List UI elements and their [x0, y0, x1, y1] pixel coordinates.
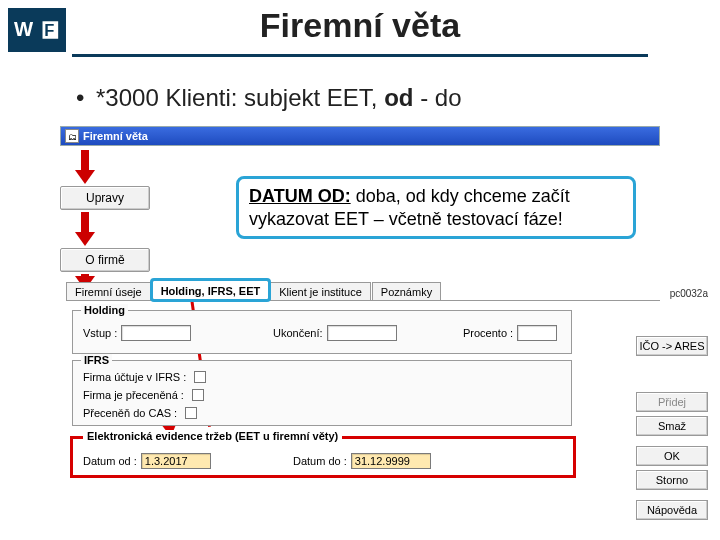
window-title: Firemní věta: [83, 130, 148, 142]
napoveda-button[interactable]: Nápověda: [636, 500, 708, 520]
group-eet: Elektronická evidence tržeb (EET u firem…: [70, 436, 576, 478]
ukonceni-label: Ukončení:: [273, 327, 323, 339]
procento-input[interactable]: [517, 325, 557, 341]
ofirme-button[interactable]: O firmě: [60, 248, 150, 272]
ifrs-r2-check[interactable]: [192, 389, 204, 401]
tab-1-label: Holding, IFRS, EET: [161, 285, 261, 297]
window-titlebar: 🗂 Firemní věta: [60, 126, 660, 146]
ico-ares-label: IČO -> ARES: [639, 340, 704, 352]
tab-holding-ifrs-eet[interactable]: Holding, IFRS, EET: [152, 280, 270, 300]
group-holding-legend: Holding: [81, 304, 128, 316]
tab-strip: Firemní úseje Holding, IFRS, EET Klient …: [66, 280, 626, 300]
eet-od-label: Datum od :: [83, 455, 137, 467]
ifrs-r3-check[interactable]: [185, 407, 197, 419]
ok-button[interactable]: OK: [636, 446, 708, 466]
arrow-down-1: [76, 150, 94, 184]
bullet-dot: •: [76, 84, 86, 112]
procento-label: Procento :: [463, 327, 513, 339]
title-underline: [72, 54, 648, 57]
group-ifrs: IFRS Firma účtuje v IFRS : Firma je přec…: [72, 360, 572, 426]
smaz-label: Smaž: [658, 420, 686, 432]
ico-ares-button[interactable]: IČO -> ARES: [636, 336, 708, 356]
bullet-text-1: *3000 Klienti: subjekt EET,: [96, 84, 384, 111]
eet-od-input[interactable]: 1.3.2017: [141, 453, 211, 469]
group-eet-legend: Elektronická evidence tržeb (EET u firem…: [83, 430, 342, 442]
window-icon: 🗂: [65, 129, 79, 143]
ukonceni-input[interactable]: [327, 325, 397, 341]
ifrs-r1-label: Firma účtuje v IFRS :: [83, 371, 186, 383]
tab-2-label: Klient je instituce: [279, 286, 362, 298]
tab-firemni-useje[interactable]: Firemní úseje: [66, 282, 151, 300]
bullet-line: •*3000 Klienti: subjekt EET, od - do: [76, 84, 462, 112]
eet-do-input[interactable]: 31.12.9999: [351, 453, 431, 469]
pridej-button[interactable]: Přidej: [636, 392, 708, 412]
smaz-button[interactable]: Smaž: [636, 416, 708, 436]
pridej-label: Přidej: [658, 396, 686, 408]
napoveda-label: Nápověda: [647, 504, 697, 516]
tab-poznamky[interactable]: Poznámky: [372, 282, 441, 300]
eet-do-label: Datum do :: [293, 455, 347, 467]
vstup-input[interactable]: [121, 325, 191, 341]
vstup-label: Vstup :: [83, 327, 117, 339]
tab-klient-instituce[interactable]: Klient je instituce: [270, 282, 371, 300]
arrow-down-2: [76, 212, 94, 246]
upravy-button[interactable]: Upravy: [60, 186, 150, 210]
ifrs-r3-label: Přeceněň do CAS :: [83, 407, 177, 419]
bullet-text-2: - do: [414, 84, 462, 111]
ifrs-r2-label: Firma je přeceněná :: [83, 389, 184, 401]
callout-box: DATUM OD: doba, od kdy chceme začít vyka…: [236, 176, 636, 239]
storno-button[interactable]: Storno: [636, 470, 708, 490]
group-holding: Holding Vstup : Ukončení: Procento :: [72, 310, 572, 354]
slide-title: Firemní věta: [0, 6, 720, 45]
ifrs-r1-check[interactable]: [194, 371, 206, 383]
pc-label: pc0032a: [670, 288, 708, 299]
tab-underline: [66, 300, 660, 301]
ok-label: OK: [664, 450, 680, 462]
tab-3-label: Poznámky: [381, 286, 432, 298]
group-ifrs-legend: IFRS: [81, 354, 112, 366]
tab-0-label: Firemní úseje: [75, 286, 142, 298]
callout-label: DATUM OD:: [249, 186, 351, 206]
ofirme-label: O firmě: [85, 253, 124, 267]
bullet-od: od: [384, 84, 413, 111]
upravy-label: Upravy: [86, 191, 124, 205]
storno-label: Storno: [656, 474, 688, 486]
